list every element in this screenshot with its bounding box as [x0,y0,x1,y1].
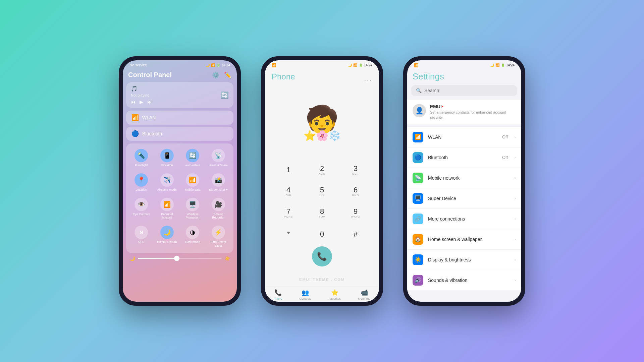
settings-more-connections[interactable]: 🔗 More connections › [407,209,521,229]
bluetooth-settings-label: Bluetooth [428,155,497,160]
call-button[interactable]: 📞 [312,246,332,266]
dial-4[interactable]: 4 GHI [276,182,301,201]
settings-list: 📶 WLAN Off › 🔵 Bluetooth Off › 📡 Mobile … [407,127,521,290]
grid-mobile-data[interactable]: 📶 Mobile data [181,171,205,194]
dial-star[interactable]: * [276,225,301,244]
rotation-icon: 🔄 [220,91,229,99]
autorotate-icon: 🔄 [186,149,199,162]
bluetooth-toggle[interactable]: 🔵 Bluetooth [126,127,233,141]
prev-icon[interactable]: ⏮ [131,99,136,105]
search-icon: 🔍 [416,88,422,93]
phone-app-title: Phone [265,69,379,87]
dial-8[interactable]: 8 TUV [310,203,334,222]
dial-7[interactable]: 7 PQRS [276,203,301,222]
dial-5[interactable]: 5 JKL [310,182,334,201]
grid-wireless-projection[interactable]: 🖥️ Wireless Projection [181,196,205,222]
wireless-projection-icon: 🖥️ [186,198,199,211]
dial-1[interactable]: 1 [276,161,301,179]
settings-bluetooth[interactable]: 🔵 Bluetooth Off › [407,147,521,168]
mobile-network-label: Mobile network [428,175,508,181]
character-art: 🧒 ⭐🌸❄️ [304,106,341,141]
grid-huawei-share[interactable]: 📡 Huawei Share [207,147,230,169]
mobile-network-icon: 📡 [413,173,423,183]
dial-2[interactable]: 2 ABC [310,161,334,179]
phone3-shell: 📶 🌙 📶 🔋 14:24 Settings 🔍 👤 EMUI• Set eme… [403,56,525,306]
settings-sounds[interactable]: 🔊 Sounds & vibration › [407,270,521,290]
settings-search-bar[interactable]: 🔍 [411,85,517,96]
grid-dark-mode[interactable]: ◑ Dark mode [181,224,205,250]
dialpad-row-4: * 0 # [272,225,372,244]
dialpad: 1 2 ABC 3 DEF 4 GHI 5 J [265,161,379,266]
cp-header-icons: ⚙️ ✏️ [212,71,231,79]
meetime-nav-icon: 📹 [361,289,368,296]
emui-section[interactable]: 👤 EMUI• Set emergency contacts for enhan… [407,100,521,124]
quick-settings-grid: 🔦 Flashlight 📳 Vibration 🔄 Auto-rotate 📡… [126,143,233,253]
display-chevron: › [515,257,516,262]
grid-screenshot[interactable]: 📸 Screen shot ▾ [207,171,230,194]
more-connections-chevron: › [515,217,516,221]
nfc-icon: N [135,226,148,239]
dial-3[interactable]: 3 DEF [343,161,368,179]
character-emoji: 🧒 [304,106,341,133]
wlan-settings-icon: 📶 [413,132,423,142]
grid-vibration[interactable]: 📳 Vibration [155,147,179,169]
settings-mobile-network[interactable]: 📡 Mobile network › [407,168,521,188]
brightness-fill [138,258,176,259]
huawei-share-icon: 📡 [212,149,225,162]
settings-home-screen[interactable]: 🏠 Home screen & wallpaper › [407,229,521,250]
wlan-settings-label: WLAN [428,134,497,140]
ultra-power-label: Ultra Power Saver [207,240,230,248]
moon-3: 🌙 [490,63,494,67]
status-icons-1: 🌙 📶 🔋 14:24 [206,63,230,67]
status-bar-3: 📶 🌙 📶 🔋 14:24 [407,60,521,69]
dial-6[interactable]: 6 MNO [343,182,368,201]
edit-icon[interactable]: ✏️ [224,71,231,79]
dnd-icon: 🌙 [160,226,174,239]
dial-hash[interactable]: # [343,225,368,244]
brightness-bar[interactable] [138,258,222,259]
super-device-icon: 🖥️ [413,193,423,204]
nav-phone[interactable]: 📞 Phone [274,289,282,300]
moon-2: 🌙 [348,63,352,67]
play-icon[interactable]: ▶ [140,99,143,105]
status-bar-1: No service 🌙 📶 🔋 14:24 [123,60,237,68]
grid-dnd[interactable]: 🌙 Do Not Disturb [155,224,179,250]
dark-mode-label: Dark mode [185,240,200,244]
grid-location[interactable]: 📍 Location [129,171,153,194]
nfc-label: NFC [138,240,145,244]
settings-title: Settings [407,69,521,85]
grid-autorotate[interactable]: 🔄 Auto-rotate [181,147,205,169]
dial-0[interactable]: 0 [310,225,334,244]
search-input[interactable] [424,88,513,93]
airplane-icon: ✈️ [160,173,174,187]
next-icon[interactable]: ⏭ [147,99,152,105]
grid-airplane[interactable]: ✈️ Airplane mode [155,171,179,194]
settings-wlan[interactable]: 📶 WLAN Off › [407,127,521,147]
nav-meetime[interactable]: 📹 MeeTime [358,289,370,300]
battery-icon: 🔋 [216,63,220,67]
media-info: 🎵 Not playing ⏮ ▶ ⏭ [131,85,217,105]
more-connections-label: More connections [428,216,508,222]
dial-9[interactable]: 9 WXYZ [343,203,368,222]
grid-hotspot[interactable]: 📶 Personal hotspot [155,196,179,222]
phone2-screen: 📶 🌙 📶 🔋 14:24 ··· Phone 🧒 ⭐🌸❄️ [265,60,379,302]
grid-nfc[interactable]: N NFC [129,224,153,250]
dnd-label: Do Not Disturb [157,240,177,244]
settings-display[interactable]: ☀️ Display & brightness › [407,250,521,270]
nav-favorites[interactable]: ⭐ Favorites [328,289,341,300]
character-display: 🧒 ⭐🌸❄️ [265,87,379,161]
more-options-button[interactable]: ··· [364,77,372,84]
grid-flashlight[interactable]: 🔦 Flashlight [129,147,153,169]
settings-icon[interactable]: ⚙️ [212,71,219,79]
brightness-knob[interactable] [174,256,179,261]
wireless-projection-label: Wireless Projection [181,213,204,220]
grid-ultra-power[interactable]: ⚡ Ultra Power Saver [207,224,230,250]
grid-screen-recorder[interactable]: 🎥 Screen Recorder [207,196,230,222]
moon-icon: 🌙 [206,63,210,67]
grid-eye-comfort[interactable]: 👁️ Eye Comfort [129,196,153,222]
nav-contacts[interactable]: 👥 Contacts [300,289,312,300]
cp-header: Control Panel ⚙️ ✏️ [123,68,237,82]
wlan-toggle[interactable]: 📶 WLAN [126,111,233,125]
wlan-chevron: › [515,135,516,139]
settings-super-device[interactable]: 🖥️ Super Device › [407,188,521,209]
